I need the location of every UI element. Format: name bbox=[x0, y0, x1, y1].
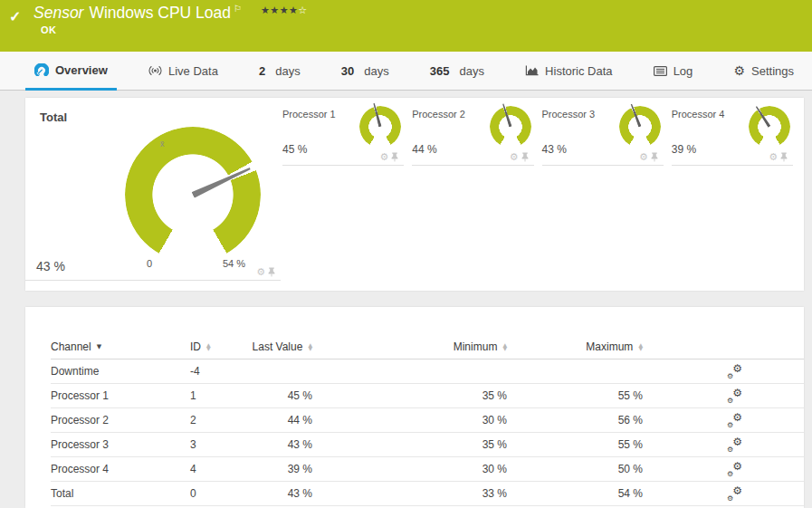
gauge-settings-gear-icon[interactable]: ⚙ bbox=[379, 152, 388, 162]
gauge-label: Processor 3 bbox=[542, 109, 596, 120]
channel-settings-gears-icon[interactable]: ⚙⚙ bbox=[727, 487, 742, 501]
total-gauge-cell: Total x̄ 43 % 0 54 % ⚙ bbox=[25, 98, 281, 281]
status-badge: OK bbox=[41, 24, 56, 35]
channel-id: 1 bbox=[190, 389, 235, 402]
priority-stars[interactable]: ★★★★☆ bbox=[261, 5, 308, 16]
processor-4-gauge bbox=[749, 106, 790, 148]
pin-icon[interactable] bbox=[651, 152, 658, 162]
gauge-settings-gear-icon[interactable]: ⚙ bbox=[639, 152, 648, 162]
channel-id: 0 bbox=[190, 487, 235, 500]
tab-label: Settings bbox=[751, 64, 794, 78]
tab-live-data[interactable]: Live Data bbox=[139, 52, 227, 90]
status-ok-check-icon: ✓ bbox=[9, 8, 21, 25]
gauges-panel: Total x̄ 43 % 0 54 % ⚙ Process bbox=[25, 98, 804, 291]
tab-number: 365 bbox=[430, 64, 450, 78]
last-value: 43 % bbox=[235, 487, 312, 500]
tab-overview[interactable]: Overview bbox=[25, 52, 117, 91]
last-value: 45 % bbox=[235, 389, 312, 402]
area-chart-icon bbox=[525, 65, 539, 76]
column-header-maximum[interactable]: Maximum ▲▼ bbox=[507, 340, 643, 353]
gauge-ring bbox=[749, 106, 790, 148]
table-row-processor-3: Processor 3 3 43 % 35 % 55 % ⚙⚙ bbox=[51, 433, 804, 457]
tab-number: 2 bbox=[259, 64, 265, 78]
pin-icon[interactable] bbox=[521, 152, 529, 162]
star-empty-icon[interactable]: ☆ bbox=[298, 5, 307, 16]
tab-label: Historic Data bbox=[545, 64, 612, 78]
mean-marker: x̄ bbox=[160, 139, 165, 149]
gauge-scale-min: 0 bbox=[147, 258, 152, 269]
sort-icon: ▲▼ bbox=[638, 343, 643, 350]
gauge-settings-gear-icon[interactable]: ⚙ bbox=[256, 267, 265, 277]
page-title: Windows CPU Load bbox=[89, 4, 231, 22]
tab-label: Overview bbox=[55, 63, 108, 77]
tab-30-days[interactable]: 30 days bbox=[332, 52, 398, 90]
minimum-value: 35 % bbox=[312, 389, 507, 402]
last-value: 43 % bbox=[235, 438, 312, 451]
channel-name: Processor 4 bbox=[51, 463, 190, 475]
tab-label: Live Data bbox=[168, 64, 218, 78]
processor-2-gauge bbox=[490, 106, 531, 148]
pin-icon[interactable] bbox=[391, 152, 398, 162]
pin-icon[interactable] bbox=[268, 267, 275, 277]
channel-table-panel: Channel ▼ ID ▲▼ Last Value ▲▼ Minimum ▲▼… bbox=[25, 307, 804, 508]
last-value: 44 % bbox=[235, 414, 312, 427]
star-filled-icons[interactable]: ★★★★ bbox=[261, 5, 298, 16]
tab-settings[interactable]: ⚙ Settings bbox=[724, 52, 803, 90]
maximum-value: 50 % bbox=[507, 463, 643, 475]
mini-gauge-cell-processor-4: Processor 4 39 % ⚙ bbox=[672, 98, 793, 166]
column-header-last-value[interactable]: Last Value ▲▼ bbox=[235, 340, 312, 353]
gauge-settings-gear-icon[interactable]: ⚙ bbox=[510, 152, 519, 162]
minimum-value: 30 % bbox=[312, 463, 507, 475]
tab-historic-data[interactable]: Historic Data bbox=[516, 52, 621, 90]
channel-id: 3 bbox=[190, 438, 235, 451]
tab-label: Log bbox=[673, 64, 693, 78]
gauge-settings-gear-icon[interactable]: ⚙ bbox=[769, 152, 778, 162]
processor-3-gauge bbox=[619, 106, 661, 148]
channel-id: -4 bbox=[190, 365, 235, 378]
column-header-minimum[interactable]: Minimum ▲▼ bbox=[312, 340, 507, 353]
gauge-ring bbox=[359, 106, 401, 148]
channel-settings-gears-icon[interactable]: ⚙⚙ bbox=[727, 365, 742, 379]
tab-365-days[interactable]: 365 days bbox=[421, 52, 493, 90]
maximum-value: 55 % bbox=[507, 389, 643, 402]
minimum-value: 30 % bbox=[312, 414, 507, 427]
priority-flag-icon[interactable]: ⚐ bbox=[234, 4, 242, 14]
processor-1-gauge bbox=[359, 106, 401, 148]
channel-settings-gears-icon[interactable]: ⚙⚙ bbox=[727, 463, 742, 476]
tab-bar: Overview Live Data 2 days 30 days 365 bbox=[0, 52, 812, 91]
gear-icon: ⚙ bbox=[733, 64, 745, 77]
channel-id: 4 bbox=[190, 463, 235, 475]
gauge-current-value: 43 % bbox=[36, 259, 65, 273]
tab-number: 30 bbox=[341, 64, 354, 78]
broadcast-icon bbox=[148, 65, 162, 76]
gauge-scale-max: 54 % bbox=[223, 258, 245, 269]
tab-2-days[interactable]: 2 days bbox=[250, 52, 310, 90]
gauge-icon bbox=[34, 63, 49, 76]
channel-settings-gears-icon[interactable]: ⚙⚙ bbox=[727, 438, 742, 452]
channel-settings-gears-icon[interactable]: ⚙⚙ bbox=[727, 389, 742, 403]
sensor-title-line: SensorWindows CPU Load⚐ ★★★★☆ bbox=[33, 4, 308, 23]
minimum-value: 33 % bbox=[312, 487, 507, 500]
maximum-value: 55 % bbox=[507, 438, 643, 451]
table-row-downtime: Downtime -4 ⚙⚙ bbox=[51, 359, 804, 384]
column-header-channel[interactable]: Channel ▼ bbox=[51, 340, 190, 353]
table-row-processor-4: Processor 4 4 39 % 30 % 50 % ⚙⚙ bbox=[51, 457, 804, 482]
pin-icon[interactable] bbox=[780, 152, 788, 162]
tab-unit: days bbox=[460, 64, 484, 78]
mini-gauge-cell-processor-2: Processor 2 44 % ⚙ bbox=[412, 98, 533, 166]
channel-name: Processor 1 bbox=[51, 389, 190, 402]
channel-name: Processor 2 bbox=[51, 414, 190, 427]
table-row-processor-2: Processor 2 2 44 % 30 % 56 % ⚙⚙ bbox=[51, 408, 804, 433]
channel-settings-gears-icon[interactable]: ⚙⚙ bbox=[727, 414, 742, 427]
last-value: 39 % bbox=[235, 463, 312, 475]
mini-gauge-cell-processor-1: Processor 1 45 % ⚙ bbox=[282, 98, 404, 166]
tab-unit: days bbox=[364, 64, 388, 78]
gauge-label-total: Total bbox=[40, 110, 67, 124]
table-row-processor-1: Processor 1 1 45 % 35 % 55 % ⚙⚙ bbox=[51, 384, 804, 408]
gauge-current-value: 45 % bbox=[282, 143, 307, 156]
column-header-id[interactable]: ID ▲▼ bbox=[190, 340, 235, 353]
sensor-page: ✓ SensorWindows CPU Load⚐ ★★★★☆ OK Overv… bbox=[0, 0, 812, 508]
tab-log[interactable]: Log bbox=[645, 52, 702, 90]
table-header-row: Channel ▼ ID ▲▼ Last Value ▲▼ Minimum ▲▼… bbox=[51, 334, 804, 359]
tab-unit: days bbox=[275, 64, 300, 78]
